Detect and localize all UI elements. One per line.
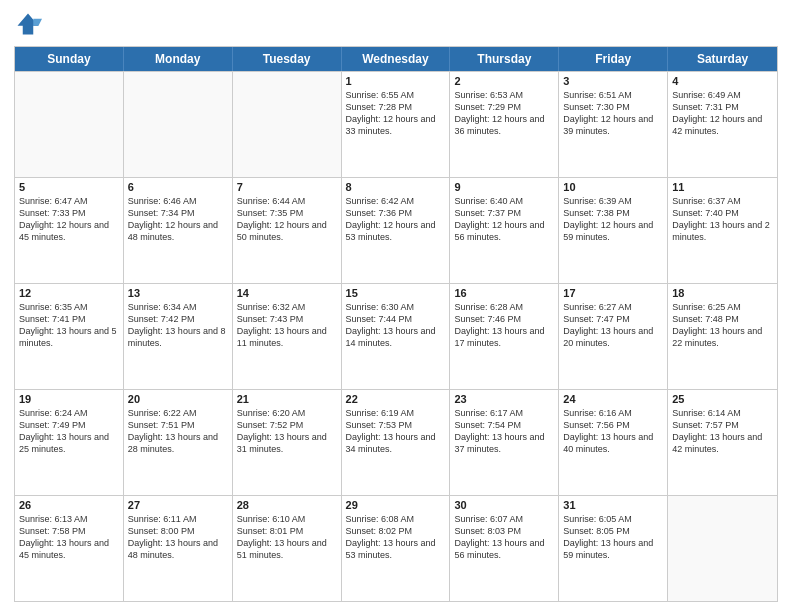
day-number: 13 <box>128 287 228 299</box>
day-details: Sunrise: 6:46 AM Sunset: 7:34 PM Dayligh… <box>128 195 228 244</box>
calendar-cell: 22Sunrise: 6:19 AM Sunset: 7:53 PM Dayli… <box>342 390 451 495</box>
day-number: 12 <box>19 287 119 299</box>
calendar-cell: 20Sunrise: 6:22 AM Sunset: 7:51 PM Dayli… <box>124 390 233 495</box>
svg-marker-1 <box>33 19 42 26</box>
day-details: Sunrise: 6:49 AM Sunset: 7:31 PM Dayligh… <box>672 89 773 138</box>
calendar: SundayMondayTuesdayWednesdayThursdayFrid… <box>14 46 778 602</box>
calendar-cell: 28Sunrise: 6:10 AM Sunset: 8:01 PM Dayli… <box>233 496 342 601</box>
calendar-cell: 15Sunrise: 6:30 AM Sunset: 7:44 PM Dayli… <box>342 284 451 389</box>
day-number: 27 <box>128 499 228 511</box>
calendar-cell: 13Sunrise: 6:34 AM Sunset: 7:42 PM Dayli… <box>124 284 233 389</box>
day-number: 11 <box>672 181 773 193</box>
day-details: Sunrise: 6:55 AM Sunset: 7:28 PM Dayligh… <box>346 89 446 138</box>
day-details: Sunrise: 6:28 AM Sunset: 7:46 PM Dayligh… <box>454 301 554 350</box>
day-number: 3 <box>563 75 663 87</box>
day-number: 22 <box>346 393 446 405</box>
day-details: Sunrise: 6:44 AM Sunset: 7:35 PM Dayligh… <box>237 195 337 244</box>
calendar-cell: 4Sunrise: 6:49 AM Sunset: 7:31 PM Daylig… <box>668 72 777 177</box>
day-number: 29 <box>346 499 446 511</box>
day-details: Sunrise: 6:11 AM Sunset: 8:00 PM Dayligh… <box>128 513 228 562</box>
calendar-row: 1Sunrise: 6:55 AM Sunset: 7:28 PM Daylig… <box>15 71 777 177</box>
day-details: Sunrise: 6:42 AM Sunset: 7:36 PM Dayligh… <box>346 195 446 244</box>
calendar-row: 19Sunrise: 6:24 AM Sunset: 7:49 PM Dayli… <box>15 389 777 495</box>
day-details: Sunrise: 6:20 AM Sunset: 7:52 PM Dayligh… <box>237 407 337 456</box>
day-details: Sunrise: 6:40 AM Sunset: 7:37 PM Dayligh… <box>454 195 554 244</box>
calendar-cell: 11Sunrise: 6:37 AM Sunset: 7:40 PM Dayli… <box>668 178 777 283</box>
calendar-row: 5Sunrise: 6:47 AM Sunset: 7:33 PM Daylig… <box>15 177 777 283</box>
day-details: Sunrise: 6:07 AM Sunset: 8:03 PM Dayligh… <box>454 513 554 562</box>
calendar-cell: 21Sunrise: 6:20 AM Sunset: 7:52 PM Dayli… <box>233 390 342 495</box>
day-details: Sunrise: 6:32 AM Sunset: 7:43 PM Dayligh… <box>237 301 337 350</box>
day-details: Sunrise: 6:14 AM Sunset: 7:57 PM Dayligh… <box>672 407 773 456</box>
calendar-cell: 26Sunrise: 6:13 AM Sunset: 7:58 PM Dayli… <box>15 496 124 601</box>
calendar-cell: 29Sunrise: 6:08 AM Sunset: 8:02 PM Dayli… <box>342 496 451 601</box>
day-number: 9 <box>454 181 554 193</box>
day-number: 24 <box>563 393 663 405</box>
day-number: 10 <box>563 181 663 193</box>
day-details: Sunrise: 6:47 AM Sunset: 7:33 PM Dayligh… <box>19 195 119 244</box>
day-details: Sunrise: 6:10 AM Sunset: 8:01 PM Dayligh… <box>237 513 337 562</box>
day-number: 15 <box>346 287 446 299</box>
calendar-cell: 5Sunrise: 6:47 AM Sunset: 7:33 PM Daylig… <box>15 178 124 283</box>
day-number: 8 <box>346 181 446 193</box>
logo-icon <box>14 10 42 38</box>
day-details: Sunrise: 6:16 AM Sunset: 7:56 PM Dayligh… <box>563 407 663 456</box>
calendar-cell: 18Sunrise: 6:25 AM Sunset: 7:48 PM Dayli… <box>668 284 777 389</box>
calendar-row: 26Sunrise: 6:13 AM Sunset: 7:58 PM Dayli… <box>15 495 777 601</box>
day-details: Sunrise: 6:30 AM Sunset: 7:44 PM Dayligh… <box>346 301 446 350</box>
day-details: Sunrise: 6:37 AM Sunset: 7:40 PM Dayligh… <box>672 195 773 244</box>
day-number: 4 <box>672 75 773 87</box>
weekday-header: Thursday <box>450 47 559 71</box>
day-details: Sunrise: 6:17 AM Sunset: 7:54 PM Dayligh… <box>454 407 554 456</box>
header <box>14 10 778 38</box>
calendar-cell: 10Sunrise: 6:39 AM Sunset: 7:38 PM Dayli… <box>559 178 668 283</box>
calendar-cell <box>15 72 124 177</box>
day-number: 25 <box>672 393 773 405</box>
day-details: Sunrise: 6:34 AM Sunset: 7:42 PM Dayligh… <box>128 301 228 350</box>
weekday-header: Friday <box>559 47 668 71</box>
day-number: 14 <box>237 287 337 299</box>
day-details: Sunrise: 6:51 AM Sunset: 7:30 PM Dayligh… <box>563 89 663 138</box>
calendar-cell: 16Sunrise: 6:28 AM Sunset: 7:46 PM Dayli… <box>450 284 559 389</box>
day-number: 26 <box>19 499 119 511</box>
day-number: 30 <box>454 499 554 511</box>
logo <box>14 10 46 38</box>
calendar-cell <box>668 496 777 601</box>
calendar-cell <box>124 72 233 177</box>
calendar-cell: 1Sunrise: 6:55 AM Sunset: 7:28 PM Daylig… <box>342 72 451 177</box>
calendar-row: 12Sunrise: 6:35 AM Sunset: 7:41 PM Dayli… <box>15 283 777 389</box>
day-details: Sunrise: 6:35 AM Sunset: 7:41 PM Dayligh… <box>19 301 119 350</box>
calendar-cell: 9Sunrise: 6:40 AM Sunset: 7:37 PM Daylig… <box>450 178 559 283</box>
calendar-cell <box>233 72 342 177</box>
calendar-cell: 30Sunrise: 6:07 AM Sunset: 8:03 PM Dayli… <box>450 496 559 601</box>
day-number: 21 <box>237 393 337 405</box>
calendar-cell: 3Sunrise: 6:51 AM Sunset: 7:30 PM Daylig… <box>559 72 668 177</box>
calendar-cell: 8Sunrise: 6:42 AM Sunset: 7:36 PM Daylig… <box>342 178 451 283</box>
calendar-cell: 6Sunrise: 6:46 AM Sunset: 7:34 PM Daylig… <box>124 178 233 283</box>
calendar-page: SundayMondayTuesdayWednesdayThursdayFrid… <box>0 0 792 612</box>
weekday-header: Saturday <box>668 47 777 71</box>
calendar-cell: 14Sunrise: 6:32 AM Sunset: 7:43 PM Dayli… <box>233 284 342 389</box>
calendar-cell: 25Sunrise: 6:14 AM Sunset: 7:57 PM Dayli… <box>668 390 777 495</box>
calendar-cell: 24Sunrise: 6:16 AM Sunset: 7:56 PM Dayli… <box>559 390 668 495</box>
day-number: 16 <box>454 287 554 299</box>
calendar-cell: 17Sunrise: 6:27 AM Sunset: 7:47 PM Dayli… <box>559 284 668 389</box>
weekday-header: Tuesday <box>233 47 342 71</box>
day-number: 5 <box>19 181 119 193</box>
day-number: 18 <box>672 287 773 299</box>
day-number: 2 <box>454 75 554 87</box>
calendar-cell: 19Sunrise: 6:24 AM Sunset: 7:49 PM Dayli… <box>15 390 124 495</box>
day-details: Sunrise: 6:25 AM Sunset: 7:48 PM Dayligh… <box>672 301 773 350</box>
day-number: 7 <box>237 181 337 193</box>
calendar-cell: 27Sunrise: 6:11 AM Sunset: 8:00 PM Dayli… <box>124 496 233 601</box>
day-number: 28 <box>237 499 337 511</box>
day-number: 1 <box>346 75 446 87</box>
day-number: 31 <box>563 499 663 511</box>
day-details: Sunrise: 6:22 AM Sunset: 7:51 PM Dayligh… <box>128 407 228 456</box>
calendar-cell: 2Sunrise: 6:53 AM Sunset: 7:29 PM Daylig… <box>450 72 559 177</box>
day-details: Sunrise: 6:05 AM Sunset: 8:05 PM Dayligh… <box>563 513 663 562</box>
calendar-cell: 7Sunrise: 6:44 AM Sunset: 7:35 PM Daylig… <box>233 178 342 283</box>
day-number: 17 <box>563 287 663 299</box>
day-details: Sunrise: 6:27 AM Sunset: 7:47 PM Dayligh… <box>563 301 663 350</box>
day-details: Sunrise: 6:08 AM Sunset: 8:02 PM Dayligh… <box>346 513 446 562</box>
